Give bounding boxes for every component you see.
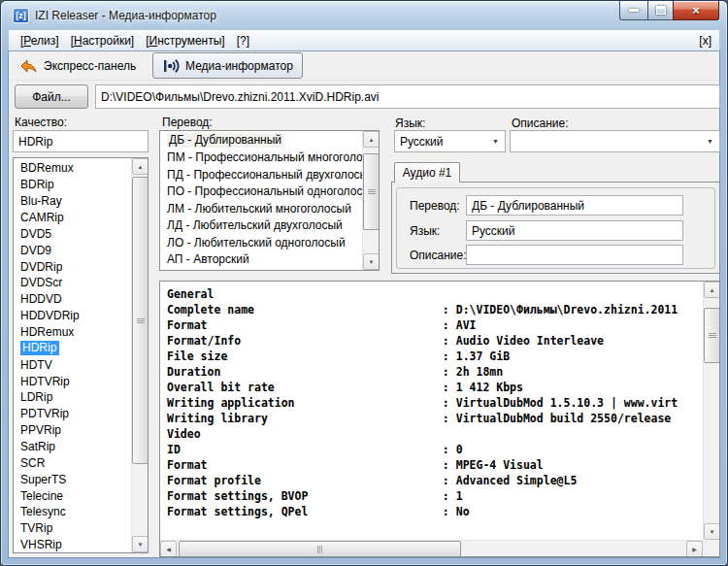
menu-item-tools[interactable]: [Инструменты] [140, 32, 231, 50]
menu-item-help[interactable]: [?] [231, 32, 255, 50]
tab-media-informer-label: Медиа-информатор [185, 59, 293, 73]
mediainfo-line: General [167, 286, 703, 302]
express-arrow-icon [20, 57, 38, 75]
translation-list-item[interactable]: ЛМ - Любительский многоголосый [160, 200, 379, 217]
mediainfo-line: Format settings, QPel : No [167, 504, 703, 519]
mediainfo-line: Writing application : VirtualDubMod 1.5.… [167, 395, 703, 411]
mediainfo-output[interactable]: General Complete name : D:\VIDEO\Фильмы\… [159, 281, 720, 557]
menu-item-release[interactable]: [Релиз] [15, 32, 65, 50]
menu-bar: [Релиз] [Настройки] [Инструменты] [?] [x… [9, 30, 719, 51]
translation-list-item[interactable]: ЛД - Любительский двухголосый [160, 217, 379, 235]
scroll-right-icon[interactable]: ▶ [686, 541, 703, 557]
mediainfo-vscrollbar[interactable]: ▲ ▼ [703, 282, 719, 540]
quality-list-item[interactable]: CAMRip [14, 210, 148, 226]
mediainfo-line: ID : 0 [167, 442, 703, 457]
quality-list-item[interactable]: SCR [14, 454, 148, 471]
thumb-grip [368, 189, 376, 194]
file-button[interactable]: Файл... [15, 84, 88, 109]
mediainfo-line: Format profile : Advanced Simple@L5 [167, 473, 703, 488]
quality-scroll-thumb[interactable] [132, 177, 149, 464]
mediainfo-hscroll-thumb[interactable] [179, 541, 461, 557]
menu-item-settings[interactable]: [Настройки] [65, 32, 141, 50]
quality-list-item[interactable]: Blu-Ray [14, 193, 148, 210]
quality-scrollbar[interactable]: ▲ ▼ [131, 158, 148, 552]
translation-list-item[interactable]: ПМ - Профессиональный многоголосый [160, 150, 379, 167]
description-combo[interactable]: ▼ [510, 130, 720, 152]
quality-list-item[interactable]: HDDVD [14, 291, 148, 308]
quality-list-item[interactable]: SuperTS [14, 471, 148, 487]
mediainfo-line: Complete name : D:\VIDEO\Фильмы\Drevo.zh… [167, 302, 703, 317]
tab-express-panel[interactable]: Экспресс-панель [15, 53, 142, 78]
scrollbar-corner [703, 540, 719, 556]
quality-list-item[interactable]: VHSRip [14, 537, 148, 553]
scroll-left-icon[interactable]: ◀ [160, 541, 177, 557]
quality-list-item[interactable]: PPVRip [14, 422, 148, 439]
quality-list-item[interactable]: HDTVRip [14, 373, 148, 389]
quality-label: Качество: [15, 116, 67, 129]
translation-list-item[interactable]: АП - Авторский [160, 251, 379, 269]
translation-list-item-selected[interactable]: ДБ - Дублированный [160, 132, 379, 150]
translation-list-item[interactable]: ЛО - Любительский одноголосый [160, 234, 379, 251]
quality-list-item[interactable]: LDRip [14, 389, 148, 406]
close-button[interactable]: × [673, 1, 719, 20]
mediainfo-line: Video [167, 426, 703, 442]
translation-scroll-thumb[interactable] [363, 153, 380, 230]
caption-buttons: × [620, 1, 719, 20]
mediainfo-hscrollbar[interactable]: ◀ ▶ [160, 540, 703, 556]
mediainfo-vscroll-thumb[interactable] [704, 308, 720, 363]
scroll-down-icon[interactable]: ▼ [132, 536, 149, 552]
quality-list-item[interactable]: DVDScr [14, 275, 148, 291]
quality-filter-input[interactable] [13, 130, 149, 152]
close-icon: × [692, 4, 700, 17]
scroll-down-icon[interactable]: ▼ [704, 523, 720, 540]
quality-list-item[interactable]: SatRip [14, 439, 148, 455]
quality-list-item[interactable]: TVRip [14, 520, 148, 537]
thumb-grip [137, 318, 145, 323]
audio-translation-input[interactable] [466, 195, 683, 216]
app-icon: [z] [13, 8, 29, 23]
scroll-up-icon[interactable]: ▲ [132, 158, 149, 175]
chevron-down-icon: ▼ [492, 138, 505, 145]
tab-media-informer[interactable]: Медиа-информатор [152, 52, 303, 79]
scroll-up-icon[interactable]: ▲ [363, 131, 380, 148]
quality-list-item[interactable]: BDRip [14, 177, 148, 193]
toolbar-separator [9, 80, 719, 81]
quality-list-item[interactable]: HDRemux [14, 324, 148, 341]
title-bar[interactable]: [z] IZI Releaser - Медиа-информатор × [1, 1, 727, 30]
maximize-button[interactable] [647, 1, 674, 20]
quality-list-item[interactable]: PDTVRip [14, 406, 148, 422]
language-combo[interactable]: Русский ▼ [394, 130, 506, 152]
translation-scrollbar[interactable]: ▲ ▼ [362, 131, 379, 270]
thumb-grip [709, 333, 716, 338]
quality-list-item[interactable]: DVDRip [14, 258, 148, 275]
file-path-input[interactable] [95, 84, 720, 109]
chevron-down-icon: ▼ [707, 138, 719, 145]
quality-list-item-selected[interactable]: HDRip [14, 340, 148, 356]
quality-list-item[interactable]: HDTV [14, 356, 148, 373]
mediainfo-line: File size : 1.37 GiB [167, 349, 703, 364]
mediainfo-line: Overall bit rate : 1 412 Kbps [167, 380, 703, 395]
quality-list-item[interactable]: Telesync [14, 504, 148, 520]
tab-audio-1[interactable]: Аудио #1 [394, 162, 460, 183]
client-area: Экспресс-панель Медиа-информатор Файл...… [9, 51, 719, 557]
audio-description-label: Описание: [410, 245, 464, 265]
translation-list-item[interactable]: ПД - Профессиональный двухголосый [160, 166, 379, 183]
menu-close-x[interactable]: [x] [699, 34, 719, 48]
quality-list-item[interactable]: DVD9 [14, 242, 148, 258]
quality-list-item[interactable]: DVD5 [14, 225, 148, 242]
minimize-button[interactable] [619, 1, 648, 20]
scroll-down-icon[interactable]: ▼ [363, 253, 380, 270]
audio-language-input[interactable] [466, 220, 683, 241]
quality-list-item[interactable]: HDDVDRip [14, 308, 148, 324]
audio-description-input[interactable] [466, 245, 683, 265]
app-window: [z] IZI Releaser - Медиа-информатор × [Р… [0, 0, 728, 566]
quality-list-item[interactable]: BDRemux [14, 160, 148, 177]
quality-list: BDRemux BDRip Blu-Ray CAMRip DVD5 DVD9 D… [13, 157, 149, 553]
media-informer-icon [162, 57, 180, 75]
mediainfo-text: General Complete name : D:\VIDEO\Фильмы\… [160, 282, 703, 540]
scroll-up-icon[interactable]: ▲ [704, 282, 720, 298]
quality-list-item[interactable]: Telecine [14, 487, 148, 504]
maximize-icon [656, 6, 666, 15]
translation-list-item[interactable]: ПО - Профессиональный одноголосый [160, 183, 379, 201]
tab-express-label: Экспресс-панель [44, 59, 136, 73]
